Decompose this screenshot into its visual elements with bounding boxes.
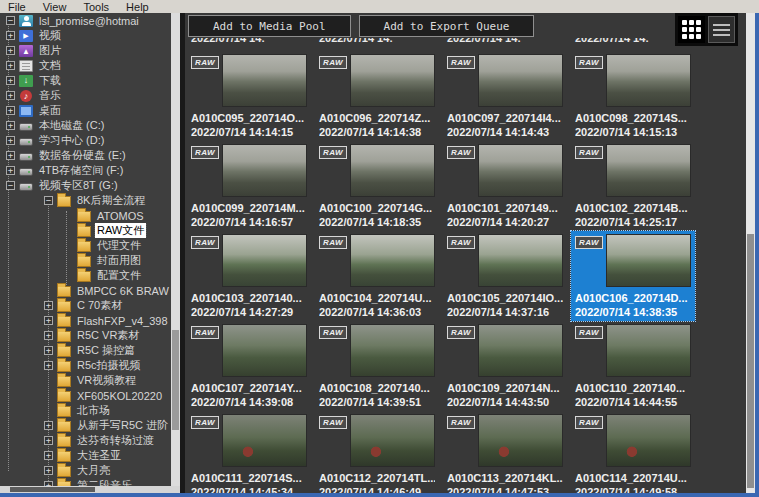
menu-file[interactable]: File <box>8 1 26 13</box>
media-clip-item[interactable]: RAWA010C102_220714B...2022/07/14 14:25:1… <box>571 141 695 231</box>
media-clip-item[interactable]: RAWA010C098_220714S...2022/07/14 14:15:1… <box>571 51 695 141</box>
expand-icon[interactable]: + <box>6 61 15 70</box>
tree-item[interactable]: +R5C VR素材 <box>0 328 171 343</box>
menu-view[interactable]: View <box>43 1 67 13</box>
tree-item[interactable]: +数据备份硬盘 (E:) <box>0 148 171 163</box>
media-clip-item[interactable]: RAWA010C103_2207140...2022/07/14 14:27:2… <box>187 231 311 321</box>
tree-item[interactable]: +从新手写R5C 进阶 <box>0 418 171 433</box>
expand-icon[interactable]: + <box>6 91 15 100</box>
media-clip-item[interactable]: RAWA010C106_220714D...2022/07/14 14:38:3… <box>571 231 695 321</box>
clip-thumbnail <box>606 414 691 467</box>
media-clip-item[interactable]: RAWA010C095_220714O...2022/07/14 14:14:1… <box>187 51 311 141</box>
media-clip-item[interactable]: RAWA010C114_220714U...2022/07/14 14:49:5… <box>571 411 695 493</box>
sidebar-vertical-scrollbar[interactable] <box>171 13 180 486</box>
tree-item[interactable]: +下载 <box>0 73 171 88</box>
media-clip-item[interactable]: RAWA010C111_220714S...2022/07/14 14:45:3… <box>187 411 311 493</box>
expand-icon[interactable]: + <box>6 31 15 40</box>
clip-preview: RAW <box>191 414 307 469</box>
collapse-icon[interactable]: − <box>44 196 53 205</box>
clip-filename: A010C107_220714Y... <box>191 381 307 395</box>
tree-item[interactable]: +大连圣亚 <box>0 448 171 463</box>
expand-icon[interactable]: + <box>44 331 53 340</box>
expand-icon[interactable]: + <box>6 121 15 130</box>
sidebar-vertical-scrollbar-thumb[interactable] <box>172 330 179 430</box>
tree-item[interactable]: RAW文件 <box>0 223 171 238</box>
clip-preview: RAW <box>575 234 691 289</box>
grid-vertical-scrollbar[interactable] <box>746 13 755 493</box>
clip-filename: A010C099_220714M... <box>191 201 307 215</box>
media-clip-item[interactable]: RAWA010C108_2207140...2022/07/14 14:39:5… <box>315 321 439 411</box>
tree-item[interactable]: +本地磁盘 (C:) <box>0 118 171 133</box>
tree-item[interactable]: +音乐 <box>0 88 171 103</box>
tree-item[interactable]: −lsl_promise@hotmai <box>0 13 171 28</box>
tree-item[interactable]: XF605KOL20220 <box>0 388 171 403</box>
tree-item[interactable]: ATOMOS <box>0 208 171 223</box>
expand-icon[interactable]: + <box>6 136 15 145</box>
tree-item[interactable]: +FlashFXP_v4_398 <box>0 313 171 328</box>
media-clip-item[interactable]: RAWA010C101_2207149...2022/07/14 14:20:2… <box>443 141 567 231</box>
collapse-icon[interactable]: − <box>6 181 15 190</box>
tree-item[interactable]: +学习中心 (D:) <box>0 133 171 148</box>
drive-icon <box>19 183 33 191</box>
media-clip-item[interactable]: RAWA010C096_220714Z...2022/07/14 14:14:3… <box>315 51 439 141</box>
expand-icon[interactable]: + <box>6 151 15 160</box>
media-clip-item[interactable]: RAWA010C099_220714M...2022/07/14 14:16:5… <box>187 141 311 231</box>
media-clip-item[interactable]: RAWA010C113_220714KL...2022/07/14 14:47:… <box>443 411 567 493</box>
tree-item[interactable]: 封面用图 <box>0 253 171 268</box>
add-to-media-pool-button[interactable]: Add to Media Pool <box>188 15 351 37</box>
list-view-icon[interactable] <box>708 16 735 43</box>
expand-icon[interactable]: + <box>44 466 53 475</box>
menu-help[interactable]: Help <box>126 1 149 13</box>
expand-icon[interactable]: + <box>44 316 53 325</box>
tree-item-label: XF605KOL20220 <box>75 390 164 402</box>
menu-tools[interactable]: Tools <box>83 1 109 13</box>
tree-item[interactable]: +视频 <box>0 28 171 43</box>
expand-icon[interactable]: + <box>6 106 15 115</box>
sidebar-horizontal-scrollbar-thumb[interactable] <box>10 487 95 492</box>
add-to-export-queue-button[interactable]: Add to Export Queue <box>359 15 535 37</box>
tree-item[interactable]: 代理文件 <box>0 238 171 253</box>
desktop-icon <box>19 105 33 117</box>
tree-item[interactable]: +C 70素材 <box>0 298 171 313</box>
expand-icon[interactable]: + <box>44 301 53 310</box>
expand-icon[interactable]: + <box>44 436 53 445</box>
tree-item[interactable]: 北市场 <box>0 403 171 418</box>
tree-item[interactable]: +桌面 <box>0 103 171 118</box>
tree-item[interactable]: −8K后期全流程 <box>0 193 171 208</box>
expand-icon[interactable]: + <box>6 76 15 85</box>
collapse-icon[interactable]: − <box>6 16 15 25</box>
media-clip-item[interactable]: RAWA010C109_220714N...2022/07/14 14:43:5… <box>443 321 567 411</box>
expand-icon[interactable]: + <box>44 346 53 355</box>
tree-item[interactable]: −视频专区8T (G:) <box>0 178 171 193</box>
tree-item[interactable]: +大月亮 <box>0 463 171 478</box>
tree-item[interactable]: +图片 <box>0 43 171 58</box>
media-clip-item[interactable]: RAWA010C110_2207140...2022/07/14 14:44:5… <box>571 321 695 411</box>
drive-icon <box>19 168 33 176</box>
expand-icon[interactable]: + <box>44 481 53 486</box>
media-clip-item[interactable]: RAWA010C104_220714U...2022/07/14 14:36:0… <box>315 231 439 321</box>
raw-format-badge: RAW <box>319 236 347 249</box>
tree-item[interactable]: +R5c拍摄视频 <box>0 358 171 373</box>
media-clip-item[interactable]: RAWA010C112_220714TL...2022/07/14 14:46:… <box>315 411 439 493</box>
media-clip-item[interactable]: RAWA010C105_220714IO...2022/07/14 14:37:… <box>443 231 567 321</box>
tree-item[interactable]: +第二段音乐 <box>0 478 171 486</box>
tree-item[interactable]: +文档 <box>0 58 171 73</box>
media-clip-item[interactable]: RAWA010C100_220714G...2022/07/14 14:18:3… <box>315 141 439 231</box>
expand-icon[interactable]: + <box>44 361 53 370</box>
tree-item[interactable]: VR视频教程 <box>0 373 171 388</box>
expand-icon[interactable]: + <box>44 451 53 460</box>
tree-item-label: 桌面 <box>37 103 63 118</box>
media-clip-item[interactable]: RAWA010C107_220714Y...2022/07/14 14:39:0… <box>187 321 311 411</box>
grid-vertical-scrollbar-thumb[interactable] <box>747 234 754 488</box>
clip-filename: A010C112_220714TL... <box>319 471 435 485</box>
tree-item[interactable]: +4TB存储空间 (F:) <box>0 163 171 178</box>
expand-icon[interactable]: + <box>44 421 53 430</box>
expand-icon[interactable]: + <box>6 46 15 55</box>
expand-icon[interactable]: + <box>6 166 15 175</box>
sidebar-horizontal-scrollbar[interactable] <box>0 486 180 493</box>
media-clip-item[interactable]: RAWA010C097_220714I4...2022/07/14 14:14:… <box>443 51 567 141</box>
tree-item[interactable]: +达芬奇转场过渡 <box>0 433 171 448</box>
tree-item[interactable]: 配置文件 <box>0 268 171 283</box>
tree-item[interactable]: BMPCC 6K BRAW <box>0 283 171 298</box>
tree-item[interactable]: +R5C 操控篇 <box>0 343 171 358</box>
